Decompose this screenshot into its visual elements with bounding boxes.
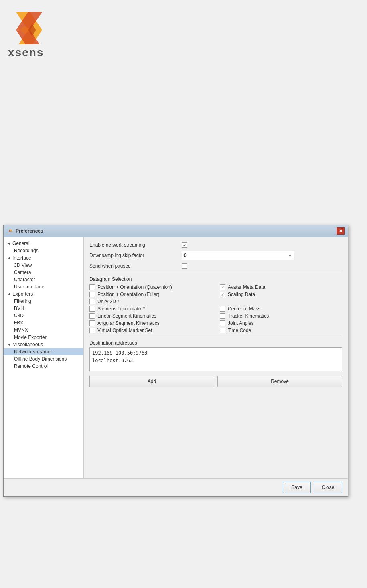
tree-item-camera[interactable]: Camera <box>4 269 83 276</box>
tree-item-label-fbx: FBX <box>14 320 23 326</box>
datagram-checkbox-angular_seg_kin[interactable] <box>89 320 95 326</box>
save-button[interactable]: Save <box>283 482 311 493</box>
datagram-item-pos_orient_euler: Position + Orientation (Euler) <box>89 292 212 297</box>
send-when-paused-label: Send when paused <box>89 263 178 269</box>
datagram-label-pos_orient_euler: Position + Orientation (Euler) <box>97 292 159 297</box>
datagram-label-virtual_optical: Virtual Optical Marker Set <box>97 328 152 333</box>
datagram-checkbox-scaling_data[interactable] <box>220 292 225 297</box>
tree-item-label-c3d: C3D <box>14 313 24 318</box>
preferences-icon <box>7 228 13 234</box>
tree-item-offlinebodydimensions[interactable]: Offline Body Dimensions <box>4 355 83 363</box>
datagram-item-joint_angles: Joint Angles <box>220 320 342 326</box>
dialog-body: ◄GeneralRecordings◄Interface3D ViewCamer… <box>4 237 348 478</box>
downsampling-label: Downsampling skip factor <box>89 253 178 258</box>
datagram-item-linear_seg_kin: Linear Segment Kinematics <box>89 313 212 319</box>
add-button[interactable]: Add <box>89 376 214 387</box>
datagram-checkbox-pos_orient_euler[interactable] <box>89 292 95 297</box>
datagram-item-unity3d: Unity 3D * <box>89 299 212 304</box>
datagram-checkbox-center_of_mass[interactable] <box>220 306 225 312</box>
tree-arrow-icon: ◄ <box>7 292 11 296</box>
tree-item-remotecontrol[interactable]: Remote Control <box>4 363 83 370</box>
datagram-checkbox-siemens[interactable] <box>89 306 95 312</box>
datagram-checkbox-joint_angles[interactable] <box>220 320 225 326</box>
enable-network-streaming-checkbox[interactable] <box>182 242 187 248</box>
divider-2 <box>89 337 342 337</box>
tree-item-mvnx[interactable]: MVNX <box>4 326 83 334</box>
datagram-label-angular_seg_kin: Angular Segment Kinematics <box>97 320 160 326</box>
datagram-label-center_of_mass: Center of Mass <box>228 306 260 312</box>
tree-item-label-filtering: Filtering <box>14 298 31 304</box>
tree-item-label-interface: Interface <box>12 255 31 261</box>
divider-1 <box>89 272 342 272</box>
tree-item-label-networkstreamer: Network streamer <box>14 349 52 355</box>
tree-arrow-icon: ◄ <box>7 343 11 347</box>
brand-name: xsens <box>8 46 48 59</box>
datagram-checkbox-avatar_meta_data[interactable] <box>220 284 225 290</box>
tree-item-label-remotecontrol: Remote Control <box>14 363 48 369</box>
tree-item-general[interactable]: ◄General <box>4 240 83 247</box>
tree-item-label-bvh: BVH <box>14 306 24 311</box>
datagram-label-tracker_kin: Tracker Kinematics <box>228 313 269 319</box>
content-panel: Enable network streaming Downsampling sk… <box>84 237 348 478</box>
tree-item-label-offlinebodydimensions: Offline Body Dimensions <box>14 356 67 362</box>
datagram-item-tracker_kin: Tracker Kinematics <box>220 313 342 319</box>
dialog-titlebar: Preferences ✕ <box>4 225 348 237</box>
send-when-paused-checkbox[interactable] <box>182 263 187 269</box>
tree-item-label-miscellaneous: Miscellaneous <box>12 342 43 347</box>
tree-item-label-exporters: Exporters <box>12 291 33 297</box>
tree-item-fbx[interactable]: FBX <box>4 319 83 326</box>
datagram-checkbox-unity3d[interactable] <box>89 299 95 304</box>
datagram-item-virtual_optical: Virtual Optical Marker Set <box>89 328 212 333</box>
tree-item-bvh[interactable]: BVH <box>4 305 83 312</box>
datagram-checkbox-virtual_optical[interactable] <box>89 328 95 333</box>
tree-item-c3d[interactable]: C3D <box>4 312 83 319</box>
datagram-label-unity3d: Unity 3D * <box>97 299 119 304</box>
datagram-label-pos_orient_quat: Position + Orientation (Quaternion) <box>97 284 172 290</box>
close-button[interactable]: ✕ <box>337 227 345 235</box>
datagram-item-angular_seg_kin: Angular Segment Kinematics <box>89 320 212 326</box>
datagram-item-avatar_meta_data: Avatar Meta Data <box>220 284 342 290</box>
datagram-item-time_code: Time Code <box>220 328 342 333</box>
tree-item-recordings[interactable]: Recordings <box>4 247 83 254</box>
tree-item-label-mvnx: MVNX <box>14 327 28 333</box>
tree-item-label-camera: Camera <box>14 270 31 275</box>
downsampling-select[interactable]: 0 ▼ <box>182 251 294 260</box>
xsens-logo-icon <box>8 8 48 44</box>
datagram-checkbox-pos_orient_quat[interactable] <box>89 284 95 290</box>
downsampling-value: 0 <box>184 253 187 258</box>
datagram-checkbox-tracker_kin[interactable] <box>220 313 225 319</box>
tree-item-filtering[interactable]: Filtering <box>4 298 83 305</box>
datagram-item-center_of_mass: Center of Mass <box>220 306 342 312</box>
tree-item-3dview[interactable]: 3D View <box>4 262 83 269</box>
tree-panel: ◄GeneralRecordings◄Interface3D ViewCamer… <box>4 237 84 478</box>
remove-button[interactable]: Remove <box>217 376 342 387</box>
tree-item-interface[interactable]: ◄Interface <box>4 254 83 262</box>
preferences-dialog: Preferences ✕ ◄GeneralRecordings◄Interfa… <box>3 225 348 497</box>
datagram-label-siemens: Siemens Tecnomatix * <box>97 306 145 312</box>
dropdown-arrow-icon: ▼ <box>288 253 292 258</box>
dialog-title-text: Preferences <box>16 228 43 234</box>
tree-item-label-3dview: 3D View <box>14 262 32 268</box>
datagram-checkbox-linear_seg_kin[interactable] <box>89 313 95 319</box>
dialog-title: Preferences <box>7 228 43 234</box>
destination-addresses-label: Destination addresses <box>89 340 342 346</box>
datagram-label-scaling_data: Scaling Data <box>228 292 255 297</box>
dialog-footer: Save Close <box>4 478 348 496</box>
tree-item-userinterface[interactable]: User Interface <box>4 283 83 290</box>
tree-item-character[interactable]: Character <box>4 276 83 283</box>
datagram-checkbox-time_code[interactable] <box>220 328 225 333</box>
destination-addresses-textarea[interactable] <box>89 347 342 371</box>
tree-arrow-icon: ◄ <box>7 241 11 245</box>
close-dialog-button[interactable]: Close <box>314 482 342 493</box>
tree-item-exporters[interactable]: ◄Exporters <box>4 290 83 298</box>
tree-item-label-userinterface: User Interface <box>14 284 44 290</box>
tree-item-movieexporter[interactable]: Movie Exporter <box>4 334 83 341</box>
tree-item-miscellaneous[interactable]: ◄Miscellaneous <box>4 341 83 348</box>
send-when-paused-row: Send when paused <box>89 263 342 269</box>
enable-network-streaming-row: Enable network streaming <box>89 242 342 248</box>
datagram-label-linear_seg_kin: Linear Segment Kinematics <box>97 313 156 319</box>
tree-item-networkstreamer[interactable]: Network streamer <box>4 348 83 355</box>
datagram-label-avatar_meta_data: Avatar Meta Data <box>228 284 265 290</box>
datagram-item-pos_orient_quat: Position + Orientation (Quaternion) <box>89 284 212 290</box>
tree-item-label-movieexporter: Movie Exporter <box>14 335 47 340</box>
